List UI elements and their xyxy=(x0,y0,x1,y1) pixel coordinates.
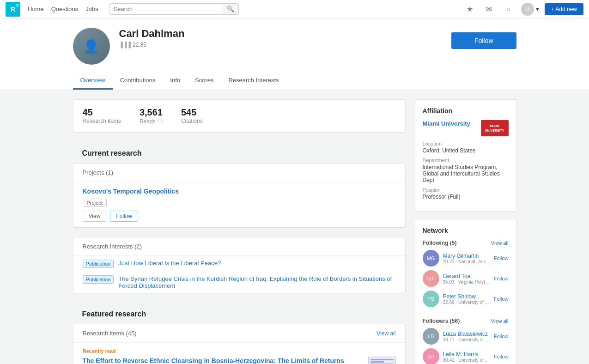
article-title[interactable]: The Effort to Reverse Ethnic Cleansing i… xyxy=(83,357,363,364)
divider-1 xyxy=(423,313,509,313)
person-meta-1: 35.03 · Virginia Polyt... xyxy=(443,279,490,285)
ri-badge-0: Publication xyxy=(83,260,114,268)
reads-info-icon[interactable]: ⓘ xyxy=(158,118,163,125)
research-thumbnail xyxy=(368,357,396,364)
nav-links: Home Questions Jobs xyxy=(28,6,98,12)
ri-link-1[interactable]: The Syrian Refugee Crisis in the Kurdish… xyxy=(118,275,395,289)
search-icon[interactable]: ○ xyxy=(502,2,516,16)
location-label: Location xyxy=(423,141,509,146)
follow-button[interactable]: Follow xyxy=(451,32,516,49)
thumb-line-2 xyxy=(370,361,384,363)
recently-read-label: Recently read xyxy=(73,343,405,354)
ri-link-0[interactable]: Just How Liberal Is the Liberal Peace? xyxy=(118,260,221,267)
add-new-button[interactable]: + Add new xyxy=(545,3,583,15)
ri-item-0: Publication Just How Liberal Is the Libe… xyxy=(73,256,405,272)
follower-avatar-1: LH xyxy=(423,348,439,364)
affiliation-title: Affiliation xyxy=(423,107,509,115)
following-person-1: GT Gerard Toal 35.03 · Virginia Polyt...… xyxy=(423,270,509,287)
featured-research-card: Research items (45) View all Recently re… xyxy=(73,324,406,364)
research-interests-card: Research Interests (2) Publication Just … xyxy=(73,237,406,293)
view-project-button[interactable]: View xyxy=(83,211,107,222)
follower-name-1[interactable]: Leila M. Harris xyxy=(443,351,490,358)
follow-person-1[interactable]: Follow xyxy=(494,275,509,282)
current-research-section: Current research Projects (1) Kosovo's T… xyxy=(73,142,406,293)
department-field: Department International Studies Program… xyxy=(423,158,509,183)
person-name-1[interactable]: Gerard Toal xyxy=(443,273,490,279)
person-avatar-2: PS xyxy=(423,291,439,307)
follower-person-0: LB Luiza Bialasiewicz 20.77 · University… xyxy=(423,328,509,345)
notifications-icon[interactable]: ★ xyxy=(463,2,477,16)
followers-label: Followers (56) xyxy=(423,318,460,324)
followers-section: Followers (56) View all LB Luiza Bialasi… xyxy=(423,318,509,364)
messages-icon[interactable]: ✉ xyxy=(482,2,496,16)
research-items-header: Research items (45) xyxy=(83,330,137,337)
chevron-down-icon: ▾ xyxy=(536,6,539,12)
follow-follower-0[interactable]: Follow xyxy=(494,333,509,340)
person-info-2: Peter Shirlow 32.66 · University of ... xyxy=(443,293,490,305)
person-avatar-0: MG xyxy=(423,250,439,267)
tab-research-interests[interactable]: Research Interests xyxy=(221,72,286,90)
logo-miami: MIAMI UNIVERSITY xyxy=(483,124,507,132)
citations-stat: 545 Citations xyxy=(181,107,203,125)
view-all-research-link[interactable]: View all xyxy=(376,330,395,337)
department-value: International Studies Program, Global an… xyxy=(423,164,509,183)
person-name-2[interactable]: Peter Shirlow xyxy=(443,293,490,300)
nav-right: ★ ✉ ○ U ▾ + Add new xyxy=(463,2,583,16)
research-item-0: The Effort to Reverse Ethnic Cleansing i… xyxy=(73,357,405,364)
following-label: Following (5) xyxy=(423,240,457,246)
stats-card: 45 Research items 3,561 Reads ⓘ 545 Cita… xyxy=(73,99,406,133)
nav-home[interactable]: Home xyxy=(28,6,44,12)
right-column: Affiliation Miami University MIAMI UNIVE… xyxy=(415,99,516,364)
nav-questions[interactable]: Questions xyxy=(51,6,79,12)
profile-tabs: Overview Contributions Info Scores Resea… xyxy=(73,72,516,90)
position-label: Position xyxy=(423,187,509,193)
follow-person-2[interactable]: Follow xyxy=(494,295,509,303)
tab-overview[interactable]: Overview xyxy=(73,72,113,90)
top-nav: R G Home Questions Jobs 🔍 ★ ✉ ○ U ▾ + Ad… xyxy=(0,0,589,18)
follower-avatar-0: LB xyxy=(423,328,439,345)
follow-person-0[interactable]: Follow xyxy=(494,255,509,262)
research-items-stat: 45 Research items xyxy=(83,107,121,125)
location-value: Oxford, United States xyxy=(423,147,509,154)
department-label: Department xyxy=(423,158,509,163)
tab-info[interactable]: Info xyxy=(163,72,188,90)
follower-meta-1: 30.41 · University of ... xyxy=(443,358,490,363)
user-avatar-container[interactable]: U ▾ xyxy=(521,3,539,16)
citations-label: Citations xyxy=(181,118,203,124)
nav-jobs[interactable]: Jobs xyxy=(85,6,98,12)
network-card: Network Following (5) View all MG Mary G… xyxy=(415,219,516,364)
profile-name: Carl Dahlman xyxy=(119,28,452,40)
logo[interactable]: R G xyxy=(6,2,20,17)
user-avatar: U xyxy=(521,3,534,16)
research-interests-header: Research Interests (2) xyxy=(73,237,405,256)
follower-info-1: Leila M. Harris 30.41 · University of ..… xyxy=(443,351,490,363)
tab-contributions[interactable]: Contributions xyxy=(113,72,163,90)
follower-name-0[interactable]: Luiza Bialasiewicz xyxy=(443,331,490,337)
view-all-following[interactable]: View all xyxy=(491,240,509,246)
search-button[interactable]: 🔍 xyxy=(223,4,238,14)
reads-stat: 3,561 Reads ⓘ xyxy=(140,107,163,125)
follower-meta-0: 20.77 · University of ... xyxy=(443,337,490,342)
affiliation-card: Affiliation Miami University MIAMI UNIVE… xyxy=(415,99,516,212)
reads-value: 3,561 xyxy=(140,107,163,118)
citations-value: 545 xyxy=(181,107,203,118)
search-input[interactable] xyxy=(110,4,223,14)
projects-header: Projects (1) xyxy=(73,164,405,182)
logo-text: R xyxy=(11,6,15,13)
score-value: 22.85 xyxy=(133,42,146,48)
follow-follower-1[interactable]: Follow xyxy=(494,353,509,360)
university-name[interactable]: Miami University xyxy=(423,120,470,127)
score-bar-icon: ▐▐▐ xyxy=(119,42,131,48)
left-column: 45 Research items 3,561 Reads ⓘ 545 Cita… xyxy=(73,99,406,364)
view-all-followers[interactable]: View all xyxy=(491,318,509,324)
location-field: Location Oxford, United States xyxy=(423,141,509,154)
follow-project-button[interactable]: Follow xyxy=(110,211,138,222)
affiliation-logo: MIAMI UNIVERSITY xyxy=(481,120,509,136)
following-person-2: PS Peter Shirlow 32.66 · University of .… xyxy=(423,291,509,307)
following-section: Following (5) View all MG Mary Gilmartin… xyxy=(423,240,509,307)
project-title[interactable]: Kosovo's Temporal Geopolitics xyxy=(83,188,396,195)
person-name-0[interactable]: Mary Gilmartin xyxy=(443,253,490,259)
tab-scores[interactable]: Scores xyxy=(188,72,221,90)
logo-sup: G xyxy=(16,3,19,7)
network-title: Network xyxy=(423,227,509,234)
